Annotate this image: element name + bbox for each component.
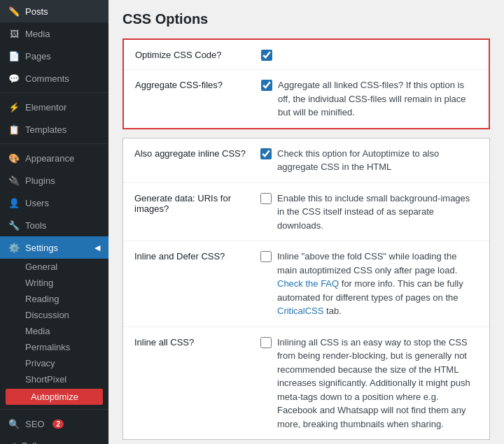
criticalcss-link[interactable]: CriticalCSS: [277, 306, 323, 316]
sidebar-sub-permalinks[interactable]: Permalinks: [0, 339, 108, 355]
sidebar-item-templates[interactable]: 📋 Templates: [0, 118, 108, 141]
sidebar-sub-writing[interactable]: Writing: [0, 275, 108, 291]
sidebar-item-media[interactable]: 🖼 Media: [0, 22, 108, 45]
generate-data-uris-control: Enable this to include small background-…: [260, 192, 478, 233]
comments-icon: 💬: [8, 73, 20, 84]
check-faq-link[interactable]: Check the FAQ: [277, 278, 339, 289]
pages-icon: 📄: [8, 50, 20, 62]
inline-all-row: Inline all CSS? Inlining all CSS is an e…: [123, 327, 489, 440]
sidebar-sub-autoptimize[interactable]: Autoptimize: [6, 389, 103, 405]
aggregate-css-desc: Aggregate all linked CSS-files? If this …: [278, 78, 477, 120]
templates-icon: 📋: [8, 124, 20, 135]
aggregate-inline-label: Also aggregate inline CSS?: [134, 147, 260, 159]
sidebar-item-pages[interactable]: 📄 Pages: [0, 45, 108, 67]
optimize-css-label: Optimize CSS Code?: [135, 48, 261, 60]
sidebar-sub-privacy[interactable]: Privacy: [0, 355, 108, 371]
sidebar-item-posts[interactable]: ✏️ Posts: [0, 0, 108, 22]
aggregate-css-control: Aggregate all linked CSS-files? If this …: [261, 78, 477, 120]
sidebar-sub-reading[interactable]: Reading: [0, 291, 108, 307]
elementor-icon: ⚡: [8, 101, 20, 113]
generate-data-uris-checkbox[interactable]: [260, 193, 272, 204]
aggregate-css-label: Aggregate CSS-files?: [135, 78, 261, 90]
sidebar: ✏️ Posts 🖼 Media 📄 Pages 💬 Comments ⚡ El…: [0, 0, 108, 444]
aggregate-inline-checkbox[interactable]: [260, 148, 272, 159]
generate-data-uris-desc: Enable this to include small background-…: [277, 192, 478, 233]
sidebar-item-settings[interactable]: ⚙️ Settings ◀: [0, 236, 108, 259]
aggregate-css-row: Aggregate CSS-files? Aggregate all linke…: [124, 70, 489, 128]
inline-defer-control: Inline "above the fold CSS" while loadin…: [260, 250, 478, 318]
inline-defer-desc: Inline "above the fold CSS" while loadin…: [277, 250, 478, 318]
settings-icon: ⚙️: [8, 242, 20, 253]
optimize-css-checkbox[interactable]: [261, 50, 272, 61]
collapse-icon: ◀: [8, 441, 15, 444]
sidebar-sub-media[interactable]: Media: [0, 323, 108, 339]
optimize-css-row: Optimize CSS Code?: [124, 40, 489, 70]
sidebar-item-elementor[interactable]: ⚡ Elementor: [0, 96, 108, 118]
posts-icon: ✏️: [8, 6, 20, 17]
inline-all-desc: Inlining all CSS is an easy way to stop …: [277, 336, 478, 431]
sidebar-item-appearance[interactable]: 🎨 Appearance: [0, 147, 108, 169]
seo-badge: 2: [52, 420, 64, 429]
css-options-normal-section: Also aggregate inline CSS? Check this op…: [122, 138, 490, 441]
tools-icon: 🔧: [8, 220, 20, 231]
main-content: CSS Options Optimize CSS Code? Aggregate…: [108, 0, 504, 444]
sidebar-item-tools[interactable]: 🔧 Tools: [0, 214, 108, 236]
aggregate-inline-desc: Check this option for Autoptimize to als…: [277, 147, 478, 174]
divider-3: [0, 409, 108, 410]
sidebar-sub-general[interactable]: General: [0, 259, 108, 275]
aggregate-inline-control: Check this option for Autoptimize to als…: [260, 147, 478, 174]
collapse-menu-button[interactable]: ◀ Collapse menu: [0, 435, 108, 444]
users-icon: 👤: [8, 197, 20, 208]
divider-2: [0, 143, 108, 144]
divider-1: [0, 92, 108, 93]
inline-all-checkbox[interactable]: [260, 337, 272, 348]
seo-icon: 🔍: [8, 418, 20, 429]
media-icon: 🖼: [8, 28, 20, 39]
css-options-highlighted-section: Optimize CSS Code? Aggregate CSS-files? …: [122, 38, 490, 129]
inline-defer-label: Inline and Defer CSS?: [134, 250, 260, 262]
sidebar-item-seo[interactable]: 🔍 SEO 2: [0, 413, 108, 435]
settings-expand-icon: ◀: [94, 243, 100, 252]
generate-data-uris-label: Generate data: URIs for images?: [134, 192, 260, 214]
inline-all-control: Inlining all CSS is an easy way to stop …: [260, 336, 478, 431]
sidebar-item-comments[interactable]: 💬 Comments: [0, 67, 108, 89]
generate-data-uris-row: Generate data: URIs for images? Enable t…: [123, 183, 489, 242]
inline-all-label: Inline all CSS?: [134, 336, 260, 348]
sidebar-item-plugins[interactable]: 🔌 Plugins: [0, 169, 108, 192]
aggregate-inline-row: Also aggregate inline CSS? Check this op…: [123, 138, 489, 183]
inline-defer-row: Inline and Defer CSS? Inline "above the …: [123, 241, 489, 327]
page-title: CSS Options: [122, 11, 490, 27]
sidebar-sub-shortpixel[interactable]: ShortPixel: [0, 371, 108, 387]
aggregate-css-checkbox[interactable]: [261, 80, 272, 91]
appearance-icon: 🎨: [8, 152, 20, 164]
inline-defer-checkbox[interactable]: [260, 251, 272, 262]
plugins-icon: 🔌: [8, 175, 20, 186]
sidebar-sub-discussion[interactable]: Discussion: [0, 307, 108, 323]
sidebar-item-users[interactable]: 👤 Users: [0, 192, 108, 214]
optimize-css-control: [261, 48, 477, 61]
